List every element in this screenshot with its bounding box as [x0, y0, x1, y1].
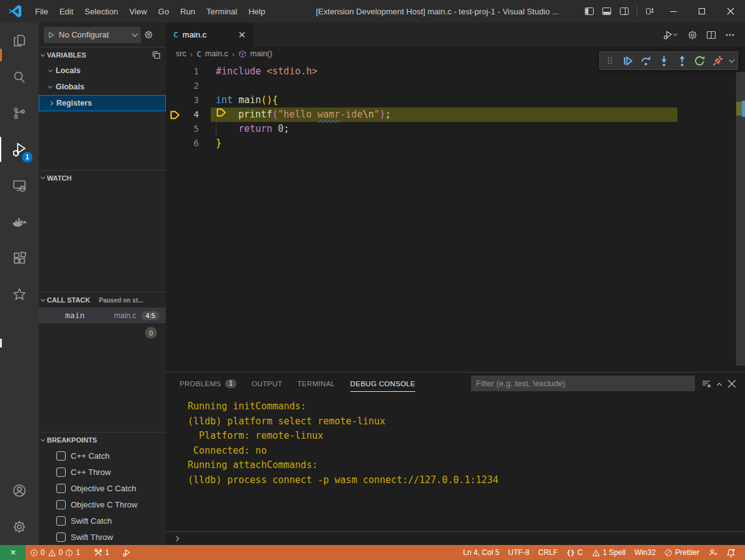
run-or-debug-icon[interactable] [660, 28, 679, 42]
eol-status[interactable]: CRLF [534, 545, 562, 560]
breakpoint-checkbox[interactable] [56, 484, 66, 493]
glyph-margin[interactable] [168, 93, 183, 108]
breakpoint-row[interactable]: C++ Catch [39, 448, 166, 464]
feedback-status[interactable] [704, 545, 722, 560]
problems-status[interactable]: 0 0 1 [26, 545, 84, 560]
language-mode-status[interactable]: {​} C [562, 545, 587, 560]
line-text[interactable]: printf("hello wamr-ide\n"); [216, 108, 391, 122]
glyph-margin[interactable] [168, 79, 183, 93]
copy-icon[interactable] [152, 51, 161, 59]
debug-execution-pointer-icon[interactable] [168, 108, 183, 122]
breadcrumb-src[interactable]: src [176, 49, 186, 58]
menu-file[interactable]: File [29, 7, 54, 16]
glyph-margin[interactable] [168, 136, 183, 151]
breakpoint-row[interactable]: Swift Catch [39, 512, 166, 529]
debug-toolbar[interactable] [599, 51, 738, 70]
line-text[interactable]: return 0; [216, 122, 289, 136]
stack-frame-row[interactable]: main main.c 4:5 [39, 308, 166, 323]
restart-icon[interactable] [694, 54, 706, 68]
toggle-secondary-sidebar-icon[interactable] [616, 2, 633, 20]
code-line-2[interactable]: 2 [166, 79, 745, 93]
panel-tab-output[interactable]: OUTPUT [251, 372, 282, 394]
debug-console-input[interactable] [166, 531, 745, 545]
maximize-panel-icon[interactable] [717, 382, 722, 388]
breakpoint-checkbox[interactable] [56, 532, 66, 542]
disconnect-icon[interactable] [712, 54, 724, 68]
toggle-sidebar-icon[interactable] [580, 2, 598, 20]
panel-tab-debug-console[interactable]: DEBUG CONSOLE [350, 372, 415, 394]
customize-layout-icon[interactable] [641, 2, 659, 20]
breadcrumb-file[interactable]: main.c [205, 49, 228, 58]
breakpoint-checkbox[interactable] [56, 500, 66, 509]
minimize-button[interactable] [659, 0, 687, 22]
continue-icon[interactable] [622, 54, 634, 68]
settings-gear-icon[interactable] [0, 509, 39, 545]
launch-settings-gear-icon[interactable] [144, 30, 153, 39]
watch-section-header[interactable]: WATCH [39, 171, 166, 186]
menu-help[interactable]: Help [243, 7, 271, 16]
toolbar-drag-grip[interactable] [604, 54, 616, 68]
debug-start-icon[interactable] [48, 31, 55, 39]
code-line-4[interactable]: 4printf("hello wamr-ide\n"); [166, 108, 745, 122]
line-text[interactable]: int main(){ [216, 93, 278, 108]
breakpoints-section-header[interactable]: BREAKPOINTS [39, 432, 166, 448]
docker-icon[interactable] [0, 204, 39, 240]
split-editor-icon[interactable] [706, 30, 716, 40]
line-text[interactable]: } [216, 136, 221, 151]
menu-go[interactable]: Go [153, 7, 175, 16]
code-editor[interactable]: 1#include <stdio.h>23int main(){4printf(… [166, 61, 745, 372]
chevron-down-icon[interactable] [729, 57, 734, 62]
extensions-icon[interactable] [0, 240, 39, 276]
debug-console-output[interactable]: Running initCommands:(lldb) platform sel… [166, 394, 745, 531]
accounts-icon[interactable] [0, 472, 39, 509]
encoding-status[interactable]: UTF-8 [504, 545, 534, 560]
platform-status[interactable]: Win32 [630, 545, 660, 560]
glyph-margin[interactable] [168, 122, 183, 136]
variables-scope-locals[interactable]: Locals [39, 62, 166, 79]
source-control-icon[interactable] [0, 95, 39, 131]
variables-scope-registers[interactable]: Registers [39, 95, 166, 111]
step-out-icon[interactable] [676, 54, 688, 68]
spell-checker-status[interactable]: 1 Spell [587, 545, 631, 560]
run-and-debug-icon[interactable]: 1 [0, 131, 39, 168]
call-stack-section-header[interactable]: CALL STACK Paused on st... [39, 292, 166, 308]
step-into-icon[interactable] [657, 54, 670, 68]
panel-tab-terminal[interactable]: TERMINAL [297, 372, 335, 394]
star-extension-icon[interactable] [0, 276, 39, 312]
remote-explorer-icon[interactable] [0, 168, 39, 204]
remote-indicator[interactable] [0, 545, 26, 560]
debug-config-dropdown[interactable]: No Configurat [44, 27, 141, 43]
close-button[interactable] [716, 0, 745, 22]
menu-edit[interactable]: Edit [54, 7, 79, 16]
breakpoint-checkbox[interactable] [56, 451, 66, 461]
explorer-icon[interactable] [0, 22, 39, 59]
search-icon[interactable] [0, 59, 39, 95]
menu-run[interactable]: Run [175, 7, 201, 16]
notifications-status[interactable] [722, 545, 740, 560]
maximize-button[interactable] [687, 0, 716, 22]
step-over-icon[interactable] [640, 54, 652, 68]
menu-selection[interactable]: Selection [79, 7, 123, 16]
menu-terminal[interactable]: Terminal [201, 7, 243, 16]
breakpoint-checkbox[interactable] [56, 516, 66, 526]
variables-section-header[interactable]: VARIABLES [39, 48, 166, 62]
menu-view[interactable]: View [124, 7, 153, 16]
panel-tab-problems[interactable]: PROBLEMS1 [180, 372, 236, 394]
code-line-3[interactable]: 3int main(){ [166, 93, 745, 108]
console-filter-input[interactable] [471, 376, 695, 391]
breakpoint-row[interactable]: Objective C Throw [39, 496, 166, 512]
tools-status[interactable]: 1 [89, 545, 114, 560]
code-line-5[interactable]: 5 return 0; [166, 122, 745, 136]
clear-console-icon[interactable] [701, 379, 711, 389]
toggle-panel-icon[interactable] [598, 2, 616, 20]
breakpoint-row[interactable]: C++ Throw [39, 464, 166, 480]
close-panel-icon[interactable] [727, 379, 736, 388]
breakpoint-checkbox[interactable] [56, 468, 66, 477]
breakpoint-row[interactable]: Objective C Catch [39, 480, 166, 496]
formatter-status[interactable]: Prettier [660, 545, 704, 560]
more-actions-icon[interactable] [725, 30, 735, 40]
breakpoint-row[interactable]: Swift Throw [39, 529, 166, 545]
gear-icon[interactable] [687, 30, 697, 40]
glyph-margin[interactable] [168, 64, 183, 79]
tab-main-c[interactable]: C main.c ✕ [166, 22, 253, 47]
